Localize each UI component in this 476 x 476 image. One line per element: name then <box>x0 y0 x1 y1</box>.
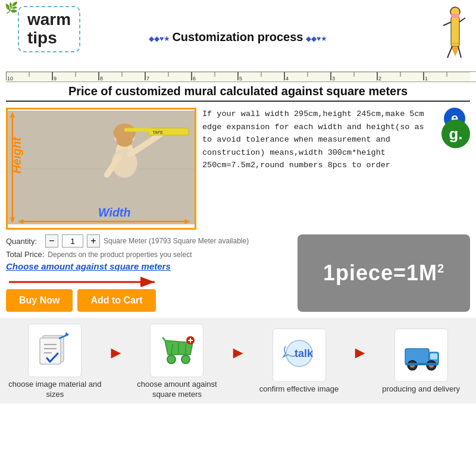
qty-increase-button[interactable]: + <box>87 234 100 248</box>
qty-input[interactable] <box>62 234 83 248</box>
step-3: talk confirm effective image <box>252 328 347 394</box>
svg-text:6: 6 <box>193 76 196 82</box>
svg-line-3 <box>443 22 451 26</box>
svg-point-72 <box>181 355 190 364</box>
step-arrow-1: ► <box>108 343 124 362</box>
eg-badge: e g. <box>425 108 470 155</box>
step-3-label: confirm effective image <box>259 384 339 394</box>
step-1: choose image material and sizes <box>7 324 102 400</box>
choose-text: Choose amount against square meters <box>6 261 292 271</box>
cart-icon <box>156 330 198 371</box>
piece-superscript: 2 <box>437 262 444 275</box>
svg-rect-83 <box>430 353 437 359</box>
ruler-svg: // will be rendered via inline approach … <box>6 72 470 82</box>
order-and-banner: Quantity: − + Square Meter (19793 Square… <box>0 233 476 313</box>
svg-text:2: 2 <box>378 76 381 82</box>
svg-text:9: 9 <box>54 76 57 82</box>
step-2-icon-box <box>150 324 203 377</box>
step-4-icon-box <box>394 328 448 382</box>
svg-text:TAPE: TAPE <box>152 130 163 134</box>
main-content: TAPE Height Width e g. I <box>0 104 476 233</box>
svg-text:Width: Width <box>98 206 130 219</box>
price-heading: Price of customized mural calculated aga… <box>6 84 470 102</box>
quantity-label: Quantity: <box>6 237 42 246</box>
warm-text: warm <box>27 11 71 29</box>
buy-now-button[interactable]: Buy Now <box>6 289 73 312</box>
svg-line-5 <box>447 46 452 58</box>
svg-text:8: 8 <box>100 76 103 82</box>
svg-rect-53 <box>124 128 151 131</box>
desc-section: e g. If your wall width 295cm,height 245… <box>202 108 470 230</box>
total-value: Depends on the product properties you se… <box>48 250 192 259</box>
svg-text:7: 7 <box>146 76 149 82</box>
header-center: ◆◆♥★ Customization process ◆◆♥★ <box>149 30 327 44</box>
eg-g: g. <box>441 120 470 148</box>
step-1-icon-box <box>28 324 82 377</box>
svg-rect-1 <box>451 17 459 46</box>
step-2: choose amount against square meters <box>129 324 224 400</box>
add-to-cart-button[interactable]: Add to Cart <box>77 289 155 312</box>
leaf-decoration: 🌿 <box>5 1 18 14</box>
tips-text: tips <box>27 29 71 48</box>
buttons-row: Buy Now Add to Cart <box>6 289 292 312</box>
customization-title: Customization process <box>172 30 303 43</box>
svg-text:4: 4 <box>286 76 289 82</box>
document-check-icon <box>34 330 76 371</box>
svg-line-6 <box>458 46 461 58</box>
svg-point-47 <box>117 135 133 147</box>
step-3-icon-box: talk <box>273 328 326 382</box>
svg-text:1: 1 <box>425 76 428 82</box>
quantity-row: Quantity: − + Square Meter (19793 Square… <box>6 234 292 248</box>
svg-rect-7 <box>451 14 459 18</box>
svg-text:talk: talk <box>295 347 314 359</box>
arrow-svg <box>6 275 161 287</box>
svg-text:3: 3 <box>332 76 335 82</box>
step-1-label: choose image material and sizes <box>7 380 102 400</box>
truck-icon <box>400 334 442 376</box>
qty-decrease-button[interactable]: − <box>45 234 58 248</box>
chat-icon: talk <box>278 334 320 376</box>
step-arrow-3: ► <box>352 343 368 362</box>
svg-text:10: 10 <box>7 76 13 82</box>
total-label: Total Price: <box>6 250 44 259</box>
order-left: Quantity: − + Square Meter (19793 Square… <box>6 234 292 312</box>
step-4-label: producing and delivery <box>382 384 460 394</box>
process-footer: choose image material and sizes ► <box>0 318 476 403</box>
ruler: // will be rendered via inline approach … <box>6 71 476 82</box>
step-2-label: choose amount against square meters <box>129 380 224 400</box>
deco-right: ◆◆♥★ <box>306 35 327 43</box>
piece-text: 1piece=1M2 <box>323 261 444 286</box>
wall-svg: TAPE Height Width <box>8 109 195 226</box>
step-4: producing and delivery <box>374 328 469 394</box>
total-row: Total Price: Depends on the product prop… <box>6 250 292 259</box>
svg-rect-88 <box>405 363 439 365</box>
pencil-figure <box>422 3 470 65</box>
svg-text:5: 5 <box>239 76 242 82</box>
arrow-row <box>6 275 292 287</box>
image-section: TAPE Height Width <box>6 108 196 230</box>
qty-unit: Square Meter (19793 Square Meter availab… <box>104 237 249 245</box>
warm-tips-box: warm tips <box>18 6 80 52</box>
steps-row: choose image material and sizes ► <box>6 324 470 400</box>
piece-banner: 1piece=1M2 <box>298 234 470 312</box>
svg-point-71 <box>167 355 176 364</box>
deco-left: ◆◆♥★ <box>149 35 172 43</box>
svg-line-4 <box>459 18 465 22</box>
step-arrow-2: ► <box>230 343 246 362</box>
